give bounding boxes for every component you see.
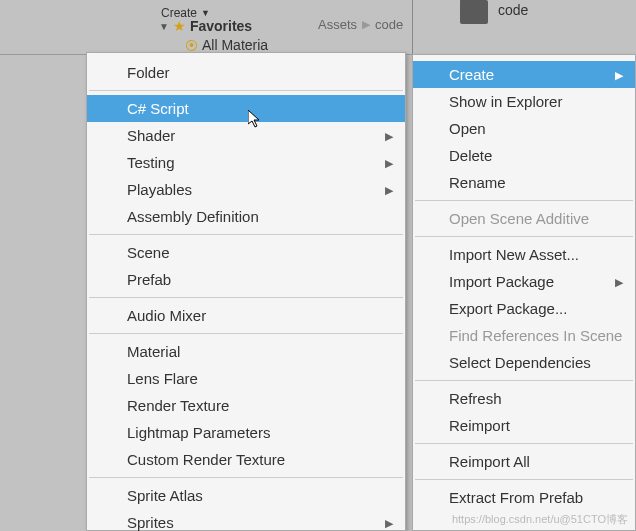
expand-triangle-icon: ▼ (159, 21, 169, 32)
menu-item-label: Open (449, 120, 486, 137)
submenu-arrow-icon: ▶ (385, 129, 393, 142)
menu-item-label: Reimport (449, 417, 510, 434)
create-submenu-item-sprites[interactable]: Sprites▶ (87, 509, 405, 531)
main-menu-item-open-scene-additive: Open Scene Additive (413, 205, 635, 232)
star-icon: ★ (173, 18, 186, 34)
menu-separator (89, 234, 403, 235)
breadcrumb-current[interactable]: code (375, 17, 403, 32)
main-menu-item-delete[interactable]: Delete (413, 142, 635, 169)
main-menu-item-export-package[interactable]: Export Package... (413, 295, 635, 322)
menu-item-label: Create (449, 66, 494, 83)
main-menu-item-select-dependencies[interactable]: Select Dependencies (413, 349, 635, 376)
create-submenu-item-playables[interactable]: Playables▶ (87, 176, 405, 203)
menu-item-label: Sprites (127, 514, 174, 531)
chevron-right-icon: ▶ (362, 18, 370, 31)
create-submenu-item-shader[interactable]: Shader▶ (87, 122, 405, 149)
menu-item-label: Refresh (449, 390, 502, 407)
menu-item-label: Assembly Definition (127, 208, 259, 225)
menu-item-label: Lightmap Parameters (127, 424, 270, 441)
main-menu-item-show-in-explorer[interactable]: Show in Explorer (413, 88, 635, 115)
menu-item-label: Sprite Atlas (127, 487, 203, 504)
create-submenu-item-render-texture[interactable]: Render Texture (87, 392, 405, 419)
create-submenu-item-sprite-atlas[interactable]: Sprite Atlas (87, 482, 405, 509)
context-menu-create-submenu: FolderC# ScriptShader▶Testing▶Playables▶… (86, 52, 406, 531)
menu-item-label: C# Script (127, 100, 189, 117)
menu-item-label: Scene (127, 244, 170, 261)
all-materials-label: All Materia (202, 37, 268, 53)
create-submenu-item-c-script[interactable]: C# Script (87, 95, 405, 122)
breadcrumb-root[interactable]: Assets (318, 17, 357, 32)
panel-divider (412, 0, 413, 55)
menu-item-label: Render Texture (127, 397, 229, 414)
create-submenu-item-custom-render-texture[interactable]: Custom Render Texture (87, 446, 405, 473)
create-submenu-item-material[interactable]: Material (87, 338, 405, 365)
menu-item-label: Show in Explorer (449, 93, 562, 110)
favorites-row[interactable]: ▼ ★ Favorites (153, 15, 258, 37)
create-submenu-item-audio-mixer[interactable]: Audio Mixer (87, 302, 405, 329)
folder-label: code (498, 2, 528, 18)
create-submenu-item-lens-flare[interactable]: Lens Flare (87, 365, 405, 392)
menu-item-label: Testing (127, 154, 175, 171)
all-materials-filter[interactable]: ⦿ All Materia (185, 37, 268, 53)
menu-item-label: Custom Render Texture (127, 451, 285, 468)
main-menu-item-reimport-all[interactable]: Reimport All (413, 448, 635, 475)
folder-icon[interactable] (460, 0, 488, 24)
create-submenu-item-lightmap-parameters[interactable]: Lightmap Parameters (87, 419, 405, 446)
create-submenu-item-prefab[interactable]: Prefab (87, 266, 405, 293)
menu-separator (89, 477, 403, 478)
main-menu-item-import-new-asset[interactable]: Import New Asset... (413, 241, 635, 268)
menu-separator (89, 90, 403, 91)
submenu-arrow-icon: ▶ (615, 275, 623, 288)
menu-item-label: Open Scene Additive (449, 210, 589, 227)
main-menu-item-extract-from-prefab[interactable]: Extract From Prefab (413, 484, 635, 511)
create-submenu-item-testing[interactable]: Testing▶ (87, 149, 405, 176)
main-menu-item-create[interactable]: Create▶ (413, 61, 635, 88)
menu-item-label: Shader (127, 127, 175, 144)
main-menu-item-find-references-in-scene: Find References In Scene (413, 322, 635, 349)
menu-item-label: Extract From Prefab (449, 489, 583, 506)
menu-item-label: Folder (127, 64, 170, 81)
submenu-arrow-icon: ▶ (385, 516, 393, 529)
submenu-arrow-icon: ▶ (615, 68, 623, 81)
main-menu-item-refresh[interactable]: Refresh (413, 385, 635, 412)
menu-item-label: Audio Mixer (127, 307, 206, 324)
menu-item-label: Material (127, 343, 180, 360)
menu-item-label: Delete (449, 147, 492, 164)
breadcrumb: Assets ▶ code (318, 17, 403, 32)
context-menu-main: Create▶Show in ExplorerOpenDeleteRenameO… (412, 54, 636, 531)
menu-item-label: Import New Asset... (449, 246, 579, 263)
menu-item-label: Find References In Scene (449, 327, 622, 344)
menu-item-label: Lens Flare (127, 370, 198, 387)
submenu-arrow-icon: ▶ (385, 183, 393, 196)
menu-item-label: Export Package... (449, 300, 567, 317)
menu-separator (415, 236, 633, 237)
submenu-arrow-icon: ▶ (385, 156, 393, 169)
menu-separator (415, 200, 633, 201)
create-submenu-item-assembly-definition[interactable]: Assembly Definition (87, 203, 405, 230)
menu-separator (415, 443, 633, 444)
main-menu-item-reimport[interactable]: Reimport (413, 412, 635, 439)
menu-item-label: Prefab (127, 271, 171, 288)
main-menu-item-open[interactable]: Open (413, 115, 635, 142)
watermark: https://blog.csdn.net/u@51CTO博客 (452, 512, 628, 527)
menu-item-label: Reimport All (449, 453, 530, 470)
favorites-label: Favorites (190, 18, 252, 34)
menu-separator (89, 333, 403, 334)
create-submenu-item-scene[interactable]: Scene (87, 239, 405, 266)
create-submenu-item-folder[interactable]: Folder (87, 59, 405, 86)
menu-item-label: Rename (449, 174, 506, 191)
menu-separator (89, 297, 403, 298)
menu-item-label: Playables (127, 181, 192, 198)
main-menu-item-rename[interactable]: Rename (413, 169, 635, 196)
top-bar: Create ▼ ▼ ★ Favorites ⦿ All Materia Ass… (0, 0, 636, 55)
menu-item-label: Select Dependencies (449, 354, 591, 371)
menu-separator (415, 380, 633, 381)
menu-item-label: Import Package (449, 273, 554, 290)
search-icon: ⦿ (185, 38, 198, 53)
menu-separator (415, 479, 633, 480)
main-menu-item-import-package[interactable]: Import Package▶ (413, 268, 635, 295)
